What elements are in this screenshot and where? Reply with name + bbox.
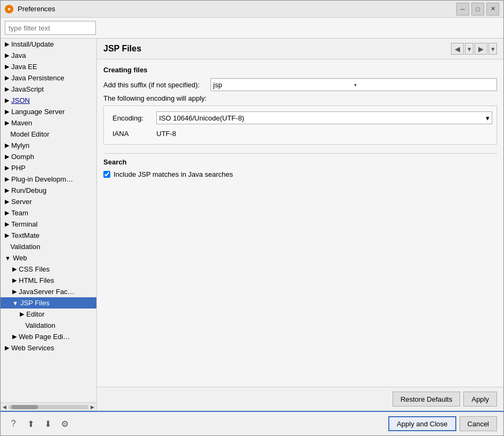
nav-back-dropdown[interactable]: ▾	[465, 43, 473, 55]
sidebar-item-java-persistence[interactable]: ▶ Java Persistence	[1, 72, 96, 84]
sidebar-item-install-update[interactable]: ▶ Install/Update	[1, 39, 96, 50]
search-title: Search	[103, 158, 497, 166]
suffix-control: jsp ▾	[210, 78, 497, 91]
encoding-title-row: The following encoding will apply:	[103, 94, 497, 102]
scroll-left-button[interactable]: ◀	[2, 404, 7, 410]
sidebar-item-label: Java Persistence	[11, 74, 64, 82]
arrow-icon: ▶	[5, 142, 9, 149]
sidebar-item-label: JavaScript	[11, 85, 44, 93]
sidebar-item-oomph[interactable]: ▶ Oomph	[1, 151, 96, 162]
apply-and-close-button[interactable]: Apply and Close	[388, 416, 456, 431]
apply-button[interactable]: Apply	[463, 392, 497, 407]
arrow-icon: ▶	[12, 288, 17, 295]
sidebar-item-model-editor[interactable]: Model Editor	[1, 129, 96, 140]
sidebar-item-javascript[interactable]: ▶ JavaScript	[1, 84, 96, 95]
sidebar-item-web-services[interactable]: ▶ Web Services	[1, 342, 96, 354]
help-icon[interactable]: ?	[7, 417, 20, 430]
sidebar-item-html-files[interactable]: ▶ HTML Files	[1, 275, 96, 286]
sidebar-item-label: Web	[13, 254, 27, 262]
sidebar-item-server[interactable]: ▶ Server	[1, 196, 96, 207]
arrow-icon: ▶	[5, 153, 9, 160]
creating-files-title: Creating files	[103, 66, 497, 74]
sidebar-item-label: Team	[11, 209, 28, 217]
arrow-icon: ▶	[5, 41, 9, 48]
encoding-dropdown[interactable]: ISO 10646/Unicode(UTF-8) ▾	[156, 111, 492, 124]
sidebar-item-label: Web Services	[11, 344, 54, 352]
maximize-button[interactable]: □	[471, 3, 484, 16]
arrow-icon: ▶	[5, 52, 9, 59]
window-body: ▶ Install/Update ▶ Java ▶ Java EE ▶ Java…	[1, 18, 503, 435]
sidebar-item-maven[interactable]: ▶ Maven	[1, 117, 96, 129]
sidebar: ▶ Install/Update ▶ Java ▶ Java EE ▶ Java…	[1, 39, 97, 411]
sidebar-item-label: Editor	[26, 310, 44, 318]
arrow-icon: ▶	[5, 86, 9, 93]
preferences-window: ● Preferences ─ □ ✕ ▶ Install/Update	[0, 0, 504, 436]
sidebar-item-textmate[interactable]: ▶ TextMate	[1, 230, 96, 241]
import-icon[interactable]: ⬆	[24, 417, 37, 430]
sidebar-item-run-debug[interactable]: ▶ Run/Debug	[1, 185, 96, 196]
include-jsp-label[interactable]: Include JSP matches in Java searches	[114, 170, 233, 178]
sidebar-item-language-server[interactable]: ▶ Language Server	[1, 106, 96, 117]
window-title: Preferences	[18, 5, 456, 13]
bottom-button-bar: Restore Defaults Apply	[97, 387, 503, 411]
arrow-icon: ▶	[5, 344, 9, 351]
arrow-icon: ▶	[5, 119, 9, 126]
arrow-icon: ▶	[5, 108, 9, 115]
encoding-row: Encoding: ISO 10646/Unicode(UTF-8) ▾	[108, 109, 492, 126]
restore-defaults-button[interactable]: Restore Defaults	[393, 392, 461, 407]
iana-label: IANA	[108, 130, 156, 138]
hscroll-thumb[interactable]	[11, 405, 38, 409]
chevron-down-icon: ▾	[354, 82, 495, 88]
sidebar-item-editor[interactable]: ▶ Editor	[1, 309, 96, 320]
sidebar-item-label: Run/Debug	[11, 186, 47, 194]
sidebar-item-validation[interactable]: Validation	[1, 241, 96, 252]
nav-back-button[interactable]: ◀	[451, 43, 464, 55]
encoding-label: Encoding:	[108, 114, 156, 122]
sidebar-item-label: Terminal	[11, 220, 37, 228]
encoding-section: Encoding: ISO 10646/Unicode(UTF-8) ▾ IAN…	[103, 106, 497, 145]
cancel-button[interactable]: Cancel	[460, 416, 497, 431]
sidebar-item-jsp-files[interactable]: ▼ JSP Files	[1, 297, 96, 309]
minimize-button[interactable]: ─	[456, 3, 469, 16]
search-section: Search Include JSP matches in Java searc…	[103, 158, 497, 178]
export-icon[interactable]: ⬇	[41, 417, 54, 430]
sidebar-item-label: Web Page Edi…	[19, 333, 70, 341]
sidebar-item-web[interactable]: ▼ Web	[1, 252, 96, 264]
sidebar-item-java-ee[interactable]: ▶ Java EE	[1, 61, 96, 72]
suffix-dropdown[interactable]: jsp ▾	[210, 78, 497, 91]
arrow-icon	[20, 322, 23, 329]
arrow-icon: ▶	[12, 266, 17, 273]
sidebar-item-label: Model Editor	[10, 130, 49, 138]
sidebar-item-php[interactable]: ▶ PHP	[1, 162, 96, 174]
sidebar-item-web-page-editor[interactable]: ▶ Web Page Edi…	[1, 331, 96, 342]
nav-forward-dropdown[interactable]: ▾	[488, 43, 497, 55]
sidebar-item-terminal[interactable]: ▶ Terminal	[1, 219, 96, 230]
arrow-icon: ▶	[5, 97, 9, 104]
checkbox-row: Include JSP matches in Java searches	[103, 170, 497, 178]
arrow-icon: ▼	[12, 300, 18, 306]
close-button[interactable]: ✕	[486, 3, 499, 16]
search-bar	[1, 18, 503, 39]
search-input[interactable]	[5, 21, 96, 35]
sidebar-item-team[interactable]: ▶ Team	[1, 207, 96, 219]
scroll-right-button[interactable]: ▶	[89, 404, 95, 410]
suffix-label: Add this suffix (if not specified):	[103, 81, 210, 89]
sidebar-hscroll: ◀ ▶	[1, 402, 96, 411]
include-jsp-checkbox[interactable]	[103, 171, 110, 178]
nav-forward-button[interactable]: ▶	[475, 43, 487, 55]
sidebar-item-label: CSS Files	[19, 265, 50, 273]
sidebar-item-css-files[interactable]: ▶ CSS Files	[1, 264, 96, 275]
footer-icons: ? ⬆ ⬇ ⚙	[7, 417, 388, 430]
sidebar-item-label: JSON	[11, 96, 30, 104]
sidebar-item-json[interactable]: ▶ JSON	[1, 95, 96, 106]
arrow-icon: ▶	[5, 63, 9, 70]
sidebar-item-plugin-dev[interactable]: ▶ Plug-in Developm…	[1, 174, 96, 185]
encoding-title-label: The following encoding will apply:	[103, 94, 207, 102]
sidebar-item-java[interactable]: ▶ Java	[1, 50, 96, 61]
arrow-icon: ▶	[12, 333, 17, 340]
preferences-icon[interactable]: ⚙	[58, 417, 71, 430]
sidebar-item-mylyn[interactable]: ▶ Mylyn	[1, 140, 96, 151]
sidebar-item-javaserver-faces[interactable]: ▶ JavaServer Fac…	[1, 286, 96, 297]
sidebar-item-label: HTML Files	[19, 276, 54, 284]
sidebar-item-validation-child[interactable]: Validation	[1, 320, 96, 331]
